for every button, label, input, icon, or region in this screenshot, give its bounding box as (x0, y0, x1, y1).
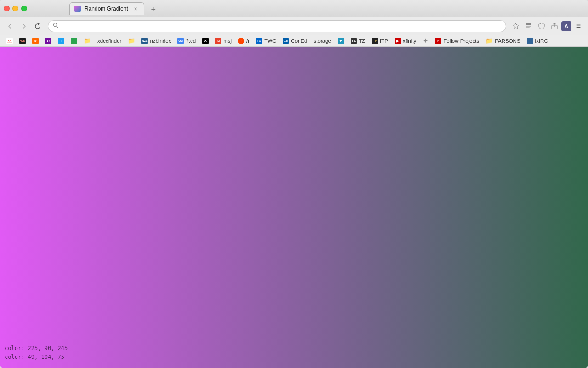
minimize-button[interactable] (12, 6, 18, 12)
bookmark-xdccfinder[interactable]: xdccfinder (95, 36, 124, 46)
bookmark-tz[interactable]: TZ TZ (348, 36, 368, 46)
parsons-label: PARSONS (495, 38, 520, 44)
close-button[interactable] (4, 6, 10, 12)
toolbar: A ≡ (0, 17, 588, 35)
shield-icon (538, 23, 545, 30)
bookmark-cd[interactable]: GD ?.cd (175, 36, 198, 46)
storage-label: storage (314, 38, 331, 44)
xfinity-label: xfinity (403, 38, 416, 44)
bookmarks-bar: NZB G Y! t 📁 xdccfinder 📁 NZB (0, 35, 588, 47)
search-icon-svg (53, 23, 58, 28)
gmail-favicon (6, 38, 13, 44)
bookmark-x[interactable]: ✕ (199, 36, 211, 46)
profile-letter: A (565, 23, 568, 29)
share-button[interactable] (548, 20, 560, 32)
address-input[interactable] (61, 23, 501, 29)
ixirc-favicon: i (527, 38, 533, 44)
bookmark-delicious[interactable]: ♥ (335, 36, 347, 46)
bookmark-green[interactable] (68, 36, 80, 46)
bookmark-reddit[interactable]: r /r (235, 36, 252, 46)
profile-icon[interactable]: A (561, 21, 571, 31)
coned-label: ConEd (291, 38, 307, 44)
new-tab-button[interactable]: + (147, 5, 160, 15)
twc-favicon: TW (256, 38, 262, 44)
bookmark-itp[interactable]: ITP ITP (369, 36, 391, 46)
title-bar: Random Gradient ✕ + (0, 0, 588, 17)
nzbindex-favicon: NZB (141, 38, 148, 44)
bookmark-get[interactable]: G (29, 36, 41, 46)
svg-rect-4 (526, 27, 530, 28)
xdccfinder-label: xdccfinder (97, 38, 121, 44)
parsons-folder-icon: 📁 (486, 37, 493, 44)
reader-icon (525, 23, 532, 30)
itp-favicon: ITP (372, 38, 378, 44)
reddit-favicon: r (238, 38, 244, 44)
menu-button[interactable]: ≡ (572, 20, 584, 32)
forward-button[interactable] (17, 20, 30, 32)
address-bar-container[interactable] (48, 20, 506, 32)
color-info: color: 225, 90, 245 color: 49, 104, 75 (5, 344, 68, 362)
bookmark-follow-projects[interactable]: F Follow Projects (432, 36, 482, 46)
active-tab[interactable]: Random Gradient ✕ (69, 2, 144, 15)
tab-close-button[interactable]: ✕ (132, 5, 139, 12)
bookmark-nzb[interactable]: NZB (17, 36, 28, 46)
bookmark-twc[interactable]: TW TWC (253, 36, 279, 46)
star-icon: ✦ (423, 37, 429, 45)
coned-favicon: CE (283, 38, 289, 44)
forward-icon (21, 23, 27, 29)
tz-favicon: TZ (351, 38, 357, 44)
nzb-favicon: NZB (19, 38, 26, 44)
folder1-icon: 📁 (84, 37, 91, 44)
bookmark-coned[interactable]: CE ConEd (280, 36, 310, 46)
xfinity-favicon: ▶ (395, 38, 401, 44)
reddit-label: /r (246, 38, 249, 44)
x-favicon: ✕ (202, 38, 209, 44)
maximize-button[interactable] (21, 6, 27, 12)
cd-label: ?.cd (186, 38, 196, 44)
msj-favicon: M (215, 38, 221, 44)
bookmark-folder2[interactable]: 📁 (125, 36, 138, 46)
bookmark-storage[interactable]: storage (311, 36, 334, 46)
bookmark-gmail[interactable] (4, 36, 16, 46)
refresh-icon (34, 23, 41, 29)
bookmark-yahoo[interactable]: Y! (42, 36, 54, 46)
bookmark-xfinity[interactable]: ▶ xfinity (392, 36, 419, 46)
svg-rect-2 (526, 23, 531, 25)
back-icon (7, 23, 13, 29)
nzbindex-label: nzbindex (150, 38, 171, 44)
reader-button[interactable] (523, 20, 535, 32)
bookmark-parsons-folder[interactable]: 📁 PARSONS (483, 36, 523, 46)
color1-label: color: 225, 90, 245 (5, 344, 68, 353)
back-button[interactable] (4, 20, 17, 32)
get-favicon: G (32, 38, 39, 44)
toolbar-nav (4, 20, 44, 32)
delicious-favicon: ♥ (338, 38, 344, 44)
bookmark-ixirc[interactable]: i ixIRC (524, 36, 551, 46)
yahoo-favicon: Y! (45, 38, 51, 44)
refresh-button[interactable] (31, 20, 44, 32)
color2-label: color: 49, 104, 75 (5, 353, 68, 362)
svg-line-1 (57, 26, 58, 28)
tab-bar: Random Gradient ✕ + (33, 2, 584, 15)
ixirc-label: ixIRC (535, 38, 548, 44)
bookmark-star[interactable]: ✦ (420, 36, 431, 46)
follow-favicon: F (435, 38, 441, 44)
shield-button[interactable] (536, 20, 548, 32)
star-button[interactable] (510, 20, 522, 32)
bookmark-twitter[interactable]: t (55, 36, 67, 46)
search-icon (53, 23, 58, 29)
browser-content: color: 225, 90, 245 color: 49, 104, 75 (0, 47, 588, 368)
bookmark-msj[interactable]: M msj (212, 36, 234, 46)
cd-favicon: GD (177, 38, 184, 44)
tz-label: TZ (359, 38, 365, 44)
bookmark-nzbindex[interactable]: NZB nzbindex (139, 36, 174, 46)
menu-icon: ≡ (576, 21, 581, 31)
itp-label: ITP (380, 38, 388, 44)
svg-point-0 (54, 23, 57, 27)
bookmark-folder1[interactable]: 📁 (81, 36, 94, 46)
tab-favicon (74, 6, 81, 12)
gmail-icon (7, 39, 12, 43)
svg-rect-3 (526, 26, 531, 27)
folder2-icon: 📁 (128, 37, 135, 44)
toolbar-right-icons: A ≡ (510, 20, 584, 32)
